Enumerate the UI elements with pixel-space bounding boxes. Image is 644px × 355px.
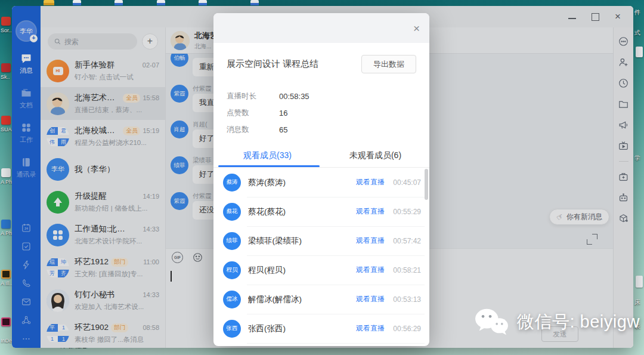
message-avatar[interactable]: 肖超 bbox=[171, 121, 188, 138]
desktop-icon-label[interactable]: A Ill.. bbox=[1, 280, 13, 286]
message-avatar[interactable]: 紫霞 bbox=[171, 192, 188, 210]
chat-list-item[interactable]: 钉钉小秘书14:33 欢迎加入 北海艺术设... bbox=[41, 284, 165, 317]
message-avatar[interactable]: 伯畅 bbox=[171, 54, 188, 67]
desktop-icon-label[interactable]: A Pho.. bbox=[1, 230, 13, 236]
lightning-icon[interactable] bbox=[21, 260, 32, 270]
member-row[interactable]: 程贝 程贝(程贝) 观看直播 00:58:21 bbox=[213, 255, 429, 285]
watch-live-link[interactable]: 观看直播 bbox=[356, 323, 385, 334]
history-clock-icon[interactable] bbox=[618, 78, 629, 89]
sidebar-item-docs[interactable]: 文档 bbox=[20, 87, 33, 110]
todo-check-icon[interactable] bbox=[21, 241, 32, 252]
desktop-icon[interactable] bbox=[1, 17, 11, 26]
member-row[interactable]: 张西 张西(张西) 观看直播 00:56:29 bbox=[213, 314, 429, 343]
watch-live-link[interactable]: 观看直播 bbox=[356, 236, 385, 246]
scrollbar-thumb[interactable] bbox=[425, 169, 428, 200]
search-box[interactable] bbox=[48, 33, 137, 50]
expand-input-icon[interactable] bbox=[587, 234, 597, 245]
calendar-icon[interactable]: 24 bbox=[21, 223, 32, 233]
conversation-avatar[interactable] bbox=[171, 31, 190, 50]
member-row[interactable]: 绩菲 梁绩菲(梁绩菲) 观看直播 00:57:42 bbox=[213, 226, 429, 255]
pointer-hand-icon: ☞ bbox=[555, 211, 565, 223]
emoji-icon[interactable] bbox=[192, 252, 203, 263]
desktop-icon-doc[interactable] bbox=[199, 0, 207, 5]
pin-box-icon[interactable] bbox=[618, 171, 629, 183]
tab-watched-members[interactable]: 观看成员(33) bbox=[213, 144, 321, 167]
tab-unwatched-members[interactable]: 未观看成员(6) bbox=[321, 144, 429, 167]
watch-live-link[interactable]: 观看直播 bbox=[356, 206, 385, 217]
desktop-icon[interactable] bbox=[636, 47, 643, 57]
folder-icon[interactable] bbox=[618, 98, 629, 110]
desktop-icon[interactable] bbox=[636, 276, 643, 288]
message-avatar[interactable]: 紫霞 bbox=[171, 85, 188, 103]
desktop-icon-label[interactable]: Sor.. bbox=[1, 27, 13, 33]
cube-add-icon[interactable] bbox=[618, 213, 629, 224]
desktop-icon-label[interactable]: Sk.. bbox=[1, 74, 13, 80]
desktop-icon-doc[interactable] bbox=[250, 0, 259, 5]
avatar[interactable]: 李华 + bbox=[17, 21, 36, 41]
add-member-icon[interactable] bbox=[618, 57, 629, 68]
desktop-icon-label[interactable]: 式 bbox=[634, 29, 640, 37]
add-chat-button[interactable]: + bbox=[142, 33, 158, 50]
minimize-button[interactable] bbox=[568, 14, 576, 19]
member-row[interactable]: 蔡花 蔡花(蔡花) 观看直播 00:55:29 bbox=[213, 197, 429, 226]
desktop-icon-label[interactable]: 床 bbox=[634, 298, 640, 307]
desktop-icon-doc[interactable] bbox=[73, 0, 81, 5]
watch-live-link[interactable]: 观看直播 bbox=[356, 294, 385, 304]
send-button[interactable]: 发送 bbox=[541, 326, 578, 342]
desktop-icon-label[interactable]: 件 bbox=[634, 8, 640, 17]
close-icon[interactable]: × bbox=[413, 23, 420, 34]
chat-list-item[interactable]: 琨坤芳齐 环艺1912部门11:00 王文刚: [直播回放]专... bbox=[41, 251, 165, 284]
search-input[interactable] bbox=[64, 38, 118, 46]
desktop-icon[interactable] bbox=[1, 168, 11, 177]
desktop-icon-label[interactable]: A Pho.. bbox=[1, 179, 13, 185]
member-row[interactable]: 蔡涛 蔡涛(蔡涛) 观看直播 00:45:07 bbox=[213, 168, 429, 197]
chat-list-item[interactable]: 李华 我（李华） bbox=[41, 153, 165, 186]
watch-duration: 00:53:13 bbox=[390, 295, 421, 304]
desktop-icon[interactable] bbox=[1, 270, 11, 279]
chat-list-item-selected[interactable]: 北海艺术设...全员15:58 直播已结束，蔡涛、... bbox=[41, 87, 165, 120]
watch-live-link[interactable]: 观看直播 bbox=[356, 265, 385, 275]
robot-assistant-icon[interactable] bbox=[618, 192, 629, 203]
network-share-icon[interactable] bbox=[21, 315, 32, 326]
desktop-icon-doc[interactable] bbox=[114, 0, 123, 5]
export-data-button[interactable]: 导出数据 bbox=[361, 55, 416, 73]
sidebar-item-contacts[interactable]: 通讯录 bbox=[17, 156, 36, 179]
avatar: 李华 bbox=[47, 158, 69, 181]
desktop-icon-doc[interactable] bbox=[157, 0, 165, 5]
member-row[interactable]: 儒冰 解儒冰(解儒冰) 观看直播 00:53:13 bbox=[213, 285, 429, 314]
sidebar-item-messages[interactable]: 消息 bbox=[20, 53, 33, 75]
sidebar-item-work[interactable]: 工作 bbox=[20, 122, 33, 144]
sidebar-item-label: 消息 bbox=[20, 66, 33, 75]
maximize-button[interactable] bbox=[592, 13, 599, 21]
more-circle-icon[interactable] bbox=[618, 36, 629, 47]
chat-list-item[interactable]: 创君伟雨 北海校城信...全员15:19 程星为公益树浇水210... bbox=[41, 120, 165, 153]
desktop-icon[interactable] bbox=[1, 317, 11, 326]
close-window-button[interactable]: × bbox=[615, 13, 623, 21]
mail-icon[interactable] bbox=[21, 297, 32, 307]
desktop-icon[interactable] bbox=[1, 116, 11, 125]
chat-list-item[interactable]: 平111 环艺1902部门08:58 素枝华 撤回了...条消息 bbox=[41, 317, 165, 348]
member-name: 程贝(程贝) bbox=[248, 265, 356, 276]
stat-value: 00:58:35 bbox=[279, 92, 309, 101]
more-dots-icon[interactable] bbox=[21, 334, 32, 344]
phone-icon[interactable] bbox=[21, 278, 32, 289]
member-avatar: 程贝 bbox=[223, 261, 241, 279]
live-tv-icon[interactable] bbox=[618, 140, 629, 152]
member-row[interactable]: 张蔷 张蔷(张蔷) 观看直播 00:52:41 bbox=[213, 343, 429, 346]
new-message-pill[interactable]: ☞ 你有新消息 bbox=[549, 209, 609, 225]
message-avatar[interactable]: 绩菲 bbox=[171, 156, 188, 174]
desktop-icon-label[interactable]: SUA.. bbox=[1, 126, 13, 132]
member-list[interactable]: 蔡涛 蔡涛(蔡涛) 观看直播 00:45:07 蔡花 蔡花(蔡花) 观看直播 0… bbox=[213, 168, 429, 346]
gif-icon[interactable]: GIF bbox=[172, 252, 183, 263]
desktop-icon-folder[interactable] bbox=[44, 0, 54, 5]
desktop-icon-label[interactable]: 学 bbox=[634, 154, 640, 162]
desktop-icon[interactable] bbox=[1, 220, 11, 229]
announcement-icon[interactable] bbox=[618, 119, 629, 131]
desktop-icon[interactable] bbox=[1, 63, 11, 72]
work-notice-avatar bbox=[47, 224, 69, 246]
chat-list-item[interactable]: 升级提醒14:19 新功能介绍 | 储备线上... bbox=[41, 186, 165, 218]
watch-live-link[interactable]: 观看直播 bbox=[356, 177, 385, 187]
chat-list-item[interactable]: HI 新手体验群02-07 钉小智: 点击试一试 bbox=[41, 54, 165, 87]
chat-list-item[interactable]: 工作通知:北海艺...14:33 北海艺术设计学院环... bbox=[41, 218, 165, 251]
desktop-icon-label[interactable]: 表 bbox=[634, 322, 640, 331]
